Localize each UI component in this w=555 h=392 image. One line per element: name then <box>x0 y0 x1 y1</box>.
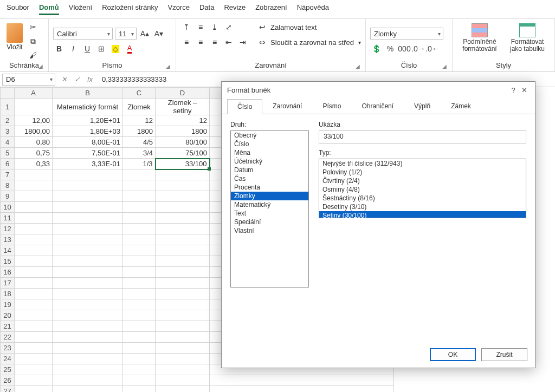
cell-D21[interactable] <box>156 321 210 332</box>
bold-button[interactable]: B <box>53 43 65 55</box>
row-header-10[interactable]: 10 <box>1 202 15 213</box>
cell-A2[interactable]: 12,00 <box>15 115 53 126</box>
category-item-1[interactable]: Číslo <box>231 140 308 148</box>
cell-D11[interactable] <box>156 213 210 224</box>
clipboard-launcher-icon[interactable]: ◢ <box>38 63 43 69</box>
cell-D24[interactable] <box>156 354 210 364</box>
cell-A23[interactable] <box>15 343 53 354</box>
cell-B12[interactable] <box>53 224 123 234</box>
conditional-formatting-button[interactable]: Podmíněné formátování <box>457 21 502 55</box>
col-header-A[interactable]: A <box>15 88 53 99</box>
cell-A14[interactable] <box>15 245 53 256</box>
cell-B1[interactable]: Matematický formát <box>53 99 123 115</box>
cell-C24[interactable] <box>123 354 156 364</box>
cell-C16[interactable] <box>123 267 156 278</box>
number-format-combo[interactable]: Zlomky <box>370 28 443 40</box>
cell-A19[interactable] <box>15 299 53 310</box>
cell-C20[interactable] <box>123 310 156 321</box>
category-item-3[interactable]: Účetnický <box>231 157 308 166</box>
decrease-font-icon[interactable]: A▾ <box>153 28 165 40</box>
align-center-button[interactable]: ≡ <box>195 36 206 48</box>
cell-B15[interactable] <box>53 256 123 267</box>
cell-B25[interactable] <box>53 364 123 375</box>
cell-B13[interactable] <box>53 234 123 245</box>
cell-D15[interactable] <box>156 256 210 267</box>
dialog-tab-2[interactable]: Písmo <box>312 99 351 114</box>
cell-D6[interactable]: 33/100 <box>156 159 210 169</box>
cell-E26[interactable] <box>210 375 394 386</box>
enter-formula-icon[interactable]: ✓ <box>70 75 83 83</box>
menu-soubor[interactable]: Soubor <box>7 3 29 15</box>
dialog-tab-3[interactable]: Ohraničení <box>351 99 404 114</box>
cell-A5[interactable]: 0,75 <box>15 148 53 159</box>
align-middle-button[interactable]: ≡ <box>195 21 206 33</box>
cell-A13[interactable] <box>15 234 53 245</box>
cell-B22[interactable] <box>53 332 123 343</box>
row-header-4[interactable]: 4 <box>1 137 15 148</box>
cell-D17[interactable] <box>156 278 210 289</box>
increase-indent-button[interactable]: ⇥ <box>237 36 249 48</box>
cell-D26[interactable] <box>156 375 210 386</box>
cell-C12[interactable] <box>123 224 156 234</box>
cell-C15[interactable] <box>123 256 156 267</box>
cell-B17[interactable] <box>53 278 123 289</box>
cell-D10[interactable] <box>156 202 210 213</box>
row-header-7[interactable]: 7 <box>1 169 15 180</box>
help-button[interactable]: ? <box>508 86 519 94</box>
cell-B18[interactable] <box>53 289 123 299</box>
cell-A12[interactable] <box>15 224 53 234</box>
row-header-16[interactable]: 16 <box>1 267 15 278</box>
cell-A15[interactable] <box>15 256 53 267</box>
cell-C11[interactable] <box>123 213 156 224</box>
row-header-18[interactable]: 18 <box>1 289 15 299</box>
row-header-3[interactable]: 3 <box>1 126 15 137</box>
italic-button[interactable]: I <box>67 43 79 55</box>
cell-B20[interactable] <box>53 310 123 321</box>
cancel-formula-icon[interactable]: ✕ <box>57 75 70 83</box>
row-header-20[interactable]: 20 <box>1 310 15 321</box>
cell-A4[interactable]: 0,80 <box>15 137 53 148</box>
type-item-0[interactable]: Nejvýše tři číslice (312/943) <box>319 159 526 168</box>
cell-A20[interactable] <box>15 310 53 321</box>
row-header-22[interactable]: 22 <box>1 332 15 343</box>
percent-button[interactable]: % <box>384 43 396 55</box>
row-header-1[interactable]: 1 <box>1 99 15 115</box>
cell-B24[interactable] <box>53 354 123 364</box>
dialog-tab-0[interactable]: Číslo <box>227 99 262 114</box>
cell-B27[interactable] <box>53 386 123 393</box>
cell-D7[interactable] <box>156 169 210 180</box>
cell-C1[interactable]: Zlomek <box>123 99 156 115</box>
category-item-9[interactable]: Text <box>231 209 308 218</box>
fx-icon[interactable]: fx <box>83 75 96 83</box>
comma-button[interactable]: 000 <box>398 43 410 55</box>
cell-B23[interactable] <box>53 343 123 354</box>
cell-C8[interactable] <box>123 180 156 191</box>
menu-domů[interactable]: Domů <box>39 3 59 15</box>
type-item-1[interactable]: Poloviny (1/2) <box>319 168 526 177</box>
cell-D19[interactable] <box>156 299 210 310</box>
menu-zobrazení[interactable]: Zobrazení <box>255 3 287 15</box>
cell-A25[interactable] <box>15 364 53 375</box>
type-item-2[interactable]: Čtvrtiny (2/4) <box>319 177 526 185</box>
row-header-17[interactable]: 17 <box>1 278 15 289</box>
row-header-15[interactable]: 15 <box>1 256 15 267</box>
category-listbox[interactable]: ObecnýČísloMěnaÚčetnickýDatumČasProcenta… <box>230 130 309 288</box>
cut-button[interactable]: ✂ <box>27 21 39 33</box>
cell-B3[interactable]: 1,80E+03 <box>53 126 123 137</box>
font-name-combo[interactable]: Calibri <box>53 28 113 40</box>
select-all[interactable] <box>1 88 15 99</box>
cell-D3[interactable]: 1800 <box>156 126 210 137</box>
cell-C5[interactable]: 3/4 <box>123 148 156 159</box>
cell-C14[interactable] <box>123 245 156 256</box>
cell-B4[interactable]: 8,00E-01 <box>53 137 123 148</box>
cell-D23[interactable] <box>156 343 210 354</box>
increase-decimal-button[interactable]: .0→ <box>412 43 424 55</box>
cell-A11[interactable] <box>15 213 53 224</box>
cell-C4[interactable]: 4/5 <box>123 137 156 148</box>
cell-A1[interactable] <box>15 99 53 115</box>
borders-button[interactable]: ⊞ <box>95 43 107 55</box>
col-header-D[interactable]: D <box>156 88 210 99</box>
cell-D4[interactable]: 80/100 <box>156 137 210 148</box>
category-item-7[interactable]: Zlomky <box>231 192 308 200</box>
align-launcher-icon[interactable]: ◢ <box>356 63 360 69</box>
